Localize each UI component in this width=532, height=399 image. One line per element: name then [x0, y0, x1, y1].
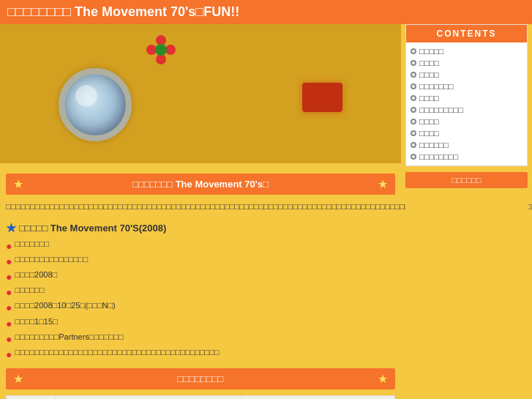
sidebar-item[interactable]: □□□□ [411, 116, 522, 127]
sidebar-link[interactable]: □□□□ [419, 70, 439, 79]
section2-title: □□□□□□□□ [178, 373, 224, 384]
list-item: ● □□□□2008□10□25□(□□□N□) [6, 301, 395, 314]
sidebar-item[interactable]: □□□□□□□□ [411, 151, 522, 163]
sidebar-link[interactable]: □□□□□ [419, 47, 443, 56]
sidebar-link[interactable]: □□□□□□□ [419, 82, 454, 91]
section2-header: ★ □□□□□□□□ ★ [6, 368, 395, 389]
sidebar-link[interactable]: □□□□□□□□ [419, 152, 458, 161]
list-item: ● □□□□□□□□□□□□□□□□□□□□□□□□□□□□□□□□□□□□□□… [6, 348, 395, 361]
sidebar-bullet-icon [411, 60, 416, 66]
sidebar-link[interactable]: □□□□□□□□□ [419, 105, 463, 114]
col-header-3: □□ [241, 396, 394, 399]
star-left-icon: ★ [13, 177, 23, 191]
sidebar-item[interactable]: □□□□□□□□□ [411, 104, 522, 116]
sidebar-item[interactable]: □□□□□ [411, 45, 522, 57]
sidebar-bullet-icon [411, 48, 416, 54]
sidebar-button[interactable]: □□□□□□ [405, 172, 528, 188]
sidebar-bullet-icon [411, 154, 416, 160]
header-title: □□□□□□□□ The Movement 70's□FUN!! [7, 4, 239, 19]
sidebar-link[interactable]: □□□□ [419, 129, 439, 138]
section1-title: □□□□□□□ The Movement 70's□ [132, 179, 269, 190]
contents-list: □□□□□ □□□□ □□□□ □□□□□□□ □□□□ [406, 42, 527, 165]
sidebar-bullet-icon [411, 83, 416, 89]
contents-box: CONTENTS □□□□□ □□□□ □□□□ □□□□□□□ [405, 24, 528, 166]
sidebar-link[interactable]: □□□□□□ [419, 141, 449, 149]
sidebar-bullet-icon [411, 95, 416, 101]
sidebar-bullet-icon [411, 107, 416, 113]
info-table: □□ □□□ □□ [6, 395, 395, 399]
sidebar-item[interactable]: □□□□ [411, 127, 522, 139]
section1-description: □□□□□□□□□□□□□□□□□□□□□□□□□□□□□□□□□□□□□□□□… [6, 201, 395, 214]
sidebar-bullet-icon [411, 72, 416, 78]
red-bullet-icon: ● [6, 301, 12, 314]
sidebar-item[interactable]: □□□□ [411, 92, 522, 104]
hero-image [0, 24, 401, 163]
list-item: ● □□□□□□□□□Partners□□□□□□□ [6, 332, 395, 346]
info-list: ● □□□□□□□ ● □□□□□□□□□□□□□□□ ● □□□□2008□ … [6, 239, 395, 362]
info-title-text: □□□□□ The Movement 70'S(2008) [19, 223, 166, 234]
list-item: ● □□□□□□□□□□□□□□□ [6, 255, 395, 268]
contents-header: CONTENTS [406, 25, 527, 42]
red-bullet-icon: ● [6, 348, 12, 361]
sidebar-link[interactable]: □□□□ [419, 94, 439, 102]
sidebar-link[interactable]: □□□□ [419, 117, 439, 126]
sidebar-item[interactable]: □□□□ [411, 57, 522, 69]
star2-left-icon: ★ [13, 372, 23, 386]
table-header-row: □□ □□□ □□ [7, 396, 395, 399]
red-bullet-icon: ● [6, 317, 12, 330]
red-bullet-icon: ● [6, 270, 12, 283]
main-content: ★ □□□□□□□ The Movement 70's□ ★ □□□□□□□□□… [0, 24, 401, 399]
list-item: ● □□□□1□15□ [6, 317, 395, 330]
col-header-1: □□ [7, 396, 56, 399]
car-headlight [59, 68, 132, 141]
sidebar-yellow-area [405, 193, 528, 310]
sidebar: CONTENTS □□□□□ □□□□ □□□□ □□□□□□□ [401, 24, 532, 399]
page-header: □□□□□□□□ The Movement 70's□FUN!! [0, 0, 532, 24]
section1-header: ★ □□□□□□□ The Movement 70's□ ★ [6, 174, 395, 195]
sidebar-item[interactable]: □□□□ [411, 69, 522, 81]
red-bullet-icon: ● [6, 286, 12, 299]
info-title: ★ □□□□□ The Movement 70'S(2008) [6, 221, 395, 235]
col-header-2: □□□ [56, 396, 242, 399]
star-right-icon: ★ [378, 177, 388, 191]
list-item: ● □□□□□□□ [6, 239, 395, 253]
star2-right-icon: ★ [378, 372, 388, 386]
car-taillight [302, 83, 342, 112]
list-item: ● □□□□2008□ [6, 270, 395, 283]
flower-decoration [146, 35, 176, 64]
red-bullet-icon: ● [6, 332, 12, 346]
sidebar-link[interactable]: □□□□ [419, 59, 439, 67]
sidebar-bullet-icon [411, 119, 416, 124]
blue-star-icon: ★ [6, 221, 16, 235]
sidebar-item[interactable]: □□□□□□□ [411, 81, 522, 92]
red-bullet-icon: ● [6, 255, 12, 268]
sidebar-item[interactable]: □□□□□□ [411, 139, 522, 151]
sidebar-bullet-icon [411, 142, 416, 148]
sidebar-bullet-icon [411, 130, 416, 136]
red-bullet-icon: ● [6, 239, 12, 253]
list-item: ● □□□□□□ [6, 286, 395, 299]
